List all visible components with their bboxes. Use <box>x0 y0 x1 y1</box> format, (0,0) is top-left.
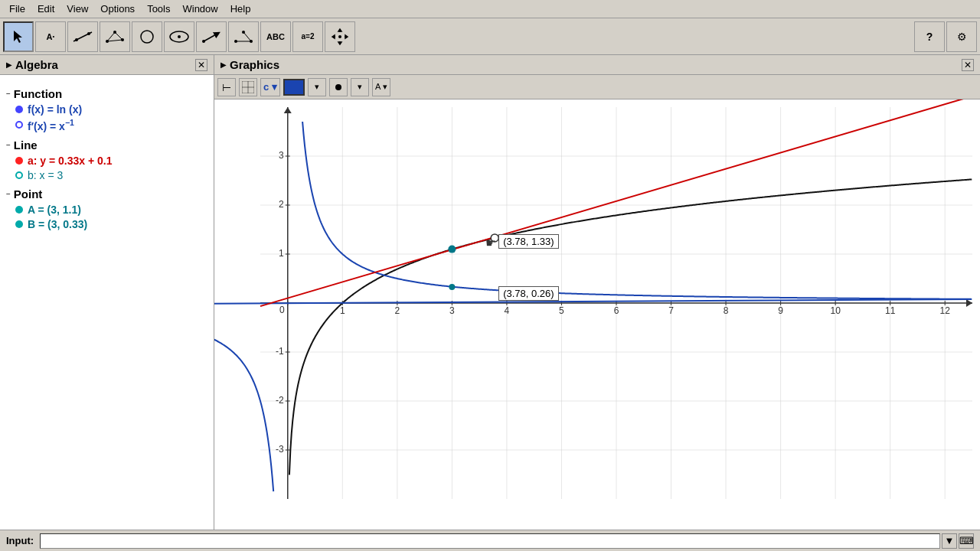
svg-line-8 <box>107 40 122 41</box>
point-collapse-btn[interactable]: − <box>6 190 11 198</box>
graphics-panel: ▶ Graphics ✕ ⊢ c ▾ ▾ ▾ A ▾ (3.78, 1.33) <box>214 55 980 530</box>
algebra-item-fx[interactable]: f(x) = ln (x) <box>15 103 207 116</box>
polygon-tool-btn[interactable] <box>100 21 130 52</box>
svg-point-17 <box>338 35 341 38</box>
svg-point-2 <box>87 32 90 35</box>
point-section-header: − Point <box>6 187 207 201</box>
menu-file[interactable]: File <box>3 2 31 16</box>
line-b-dot <box>15 171 23 179</box>
algebra-collapse-btn[interactable]: ▶ <box>6 60 12 69</box>
point-A-label: A = (3, 1.1) <box>28 204 81 216</box>
graph-canvas-container[interactable]: (3.78, 1.33) (3.78, 0.26) <box>214 99 980 530</box>
line-b-label: b: x = 3 <box>28 169 63 181</box>
svg-point-21 <box>335 84 341 90</box>
line-section-header: − Line <box>6 139 207 152</box>
label-style-btn[interactable]: A ▾ <box>372 78 390 96</box>
svg-point-9 <box>141 31 153 43</box>
svg-line-12 <box>204 34 217 41</box>
fpx-dot <box>15 121 23 129</box>
menu-options[interactable]: Options <box>94 2 141 16</box>
point-A-dot <box>15 206 23 214</box>
move-graphics-btn[interactable] <box>325 21 355 52</box>
fx-dot <box>15 106 23 113</box>
line-a-dot <box>15 157 23 165</box>
function-collapse-btn[interactable]: − <box>6 90 11 98</box>
axis-toggle-btn[interactable]: ⊢ <box>217 78 236 96</box>
point-size-dropdown-btn[interactable]: ▾ <box>351 78 369 96</box>
svg-point-15 <box>250 40 253 43</box>
main-toolbar: A• ABC a=2 ? ⚙ <box>0 18 980 55</box>
algebra-item-point-A[interactable]: A = (3, 1.1) <box>15 204 207 216</box>
graphics-close-btn[interactable]: ✕ <box>962 59 974 71</box>
menu-help[interactable]: Help <box>224 2 257 16</box>
fpx-label: f′(x) = x−1 <box>28 118 74 132</box>
menu-view[interactable]: View <box>60 2 94 16</box>
svg-point-11 <box>178 35 181 38</box>
line-tool-btn[interactable] <box>67 21 98 52</box>
line-collapse-btn[interactable]: − <box>6 141 11 149</box>
algebra-title: Algebra <box>15 58 58 71</box>
input-submit-btn[interactable]: ▼ <box>942 533 957 549</box>
svg-line-6 <box>107 32 115 41</box>
svg-point-14 <box>234 40 237 43</box>
algebra-item-line-a[interactable]: a: y = 0.33x + 0.1 <box>15 155 207 167</box>
function-section-title: Function <box>14 87 62 100</box>
angle-tool-btn[interactable] <box>228 21 259 52</box>
point-B-dot <box>15 220 23 228</box>
point-size-btn[interactable] <box>329 78 348 96</box>
graph-canvas[interactable] <box>214 99 980 530</box>
input-label: Input: <box>6 535 34 546</box>
input-bar: Input: ▼ ⌨ <box>0 530 980 551</box>
point-tool-btn[interactable]: A• <box>35 21 66 52</box>
graphics-collapse-btn[interactable]: ▶ <box>220 60 227 69</box>
menu-tools[interactable]: Tools <box>141 2 176 16</box>
graphics-title: Graphics <box>230 58 279 71</box>
algebra-content: − Function f(x) = ln (x) f′(x) = x−1 − L… <box>0 75 214 530</box>
algebra-panel: ▶ Algebra ✕ − Function f(x) = ln (x) f′(… <box>0 55 214 530</box>
grid-toggle-btn[interactable] <box>239 78 257 96</box>
svg-line-7 <box>115 32 122 40</box>
color-cycle-btn[interactable]: c ▾ <box>260 78 280 96</box>
algebra-header: ▶ Algebra ✕ <box>0 55 214 75</box>
input-field[interactable] <box>40 533 940 549</box>
color-dropdown-btn[interactable]: ▾ <box>308 78 326 96</box>
function-section-header: − Function <box>6 87 207 100</box>
menu-bar: File Edit View Options Tools Window Help <box>0 0 980 18</box>
color-picker-btn[interactable] <box>283 79 305 96</box>
select-tool-btn[interactable] <box>3 21 34 52</box>
fx-label: f(x) = ln (x) <box>28 103 82 116</box>
menu-window[interactable]: Window <box>176 2 224 16</box>
vector-tool-btn[interactable] <box>196 21 227 52</box>
circle-tool-btn[interactable] <box>132 21 162 52</box>
algebra-close-btn[interactable]: ✕ <box>195 59 207 71</box>
svg-point-13 <box>202 40 205 43</box>
slider-tool-btn[interactable]: a=2 <box>292 21 323 52</box>
algebra-item-line-b[interactable]: b: x = 3 <box>15 169 207 181</box>
algebra-item-point-B[interactable]: B = (3, 0.33) <box>15 218 207 230</box>
line-a-label: a: y = 0.33x + 0.1 <box>28 155 113 167</box>
menu-edit[interactable]: Edit <box>31 2 60 16</box>
point-B-label: B = (3, 0.33) <box>28 218 87 230</box>
main-content: ▶ Algebra ✕ − Function f(x) = ln (x) f′(… <box>0 55 980 530</box>
line-section-title: Line <box>14 139 38 152</box>
graphics-header: ▶ Graphics ✕ <box>214 55 980 75</box>
help-btn[interactable]: ? <box>914 21 945 52</box>
conic-tool-btn[interactable] <box>164 21 194 52</box>
algebra-item-fpx[interactable]: f′(x) = x−1 <box>15 118 207 132</box>
graphics-toolbar: ⊢ c ▾ ▾ ▾ A ▾ <box>214 75 980 99</box>
input-keyboard-btn[interactable]: ⌨ <box>959 533 974 549</box>
point-section-title: Point <box>14 187 43 201</box>
text-tool-btn[interactable]: ABC <box>260 21 291 52</box>
svg-point-1 <box>75 38 78 41</box>
svg-point-16 <box>242 31 245 34</box>
settings-btn[interactable]: ⚙ <box>946 21 977 52</box>
